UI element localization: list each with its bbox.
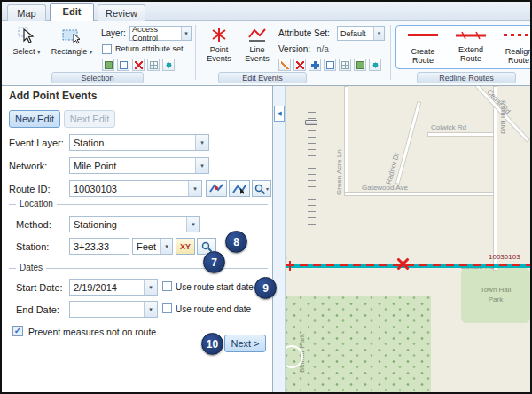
point-events-icon (210, 26, 228, 43)
zoom-slider[interactable] (305, 106, 317, 235)
network-select[interactable]: Mile Point ▾ (69, 157, 209, 174)
route-search-button[interactable]: ▾ (252, 180, 271, 197)
return-attribute-checkbox[interactable] (102, 44, 112, 54)
new-edit-button[interactable]: New Edit (9, 110, 60, 128)
network-label: Network: (9, 161, 47, 171)
point-events-button[interactable]: Point Events (200, 26, 238, 63)
next-edit-button[interactable]: Next Edit (64, 110, 115, 128)
clear-selection-tool-icon[interactable] (132, 59, 145, 71)
prevent-measures-checkbox[interactable]: ✓ (12, 326, 23, 336)
route-number-label: 10030103 (489, 253, 520, 261)
attribute-set-value: Default (340, 29, 366, 38)
tab-review[interactable]: Review (98, 4, 145, 21)
split-tool-icon[interactable] (324, 59, 336, 71)
event-layer-value: Station (74, 138, 104, 148)
version-value: n/a (317, 44, 329, 54)
end-date-input[interactable]: ▾ (69, 301, 158, 318)
rectangle-label: Rectangle (51, 47, 88, 56)
edit-options-tool-icon[interactable] (369, 59, 381, 71)
units-caret-icon: ▾ (160, 239, 172, 254)
callout-9: 9 (254, 277, 277, 299)
colwick-rd-label: Colwick Rd (431, 123, 466, 131)
route-pick-icon (209, 183, 223, 194)
use-route-end-checkbox[interactable] (162, 303, 172, 313)
select-route-on-map-button[interactable] (206, 180, 227, 197)
event-layer-select[interactable]: Station ▾ (69, 134, 209, 151)
network-caret-icon: ▾ (195, 158, 208, 173)
magnifier-icon (201, 241, 212, 252)
line-events-icon (247, 26, 267, 43)
next-button[interactable]: Next > (224, 335, 266, 352)
realign-route-button[interactable]: Realign Route (497, 30, 532, 65)
merge-tool-icon[interactable] (354, 59, 366, 71)
use-route-start-checkbox[interactable] (162, 281, 172, 291)
panel-splitter[interactable] (273, 86, 286, 392)
panel-title: Add Point Events (9, 90, 97, 102)
station-label: Station: (16, 241, 49, 252)
application-window: Map Edit Review Select ▾ Rectangle ▾ Lay… (0, 0, 532, 394)
choose-route-button[interactable] (229, 180, 250, 197)
selection-grid-tool-icon[interactable] (147, 59, 160, 71)
rollin-blvd-road (493, 86, 497, 271)
sketch-tool-icon[interactable] (278, 59, 291, 71)
use-route-start-label: Use route start date (176, 282, 254, 292)
method-select[interactable]: Stationing ▾ (69, 216, 200, 232)
map-view[interactable]: Town Hall Park Belmar Park Green Acre Ln… (273, 86, 530, 392)
xy-coordinates-button[interactable]: XY (176, 238, 195, 255)
selection-options-tool-icon[interactable] (162, 59, 175, 71)
select-features-tool-icon[interactable] (102, 59, 114, 71)
create-route-icon (408, 34, 438, 36)
callout-10: 10 (201, 333, 223, 355)
town-hall-park-label: Park (461, 296, 530, 303)
version-label: Version: (278, 44, 310, 54)
group-separator (195, 25, 196, 80)
rectangle-button[interactable]: Rectangle ▾ (48, 26, 96, 57)
snap-tool-icon[interactable] (309, 59, 321, 71)
gatewood-ave-label: Gatewood Ave (362, 184, 408, 192)
extend-route-button[interactable]: Extend Route (449, 30, 493, 63)
extend-route-label: Extend Route (449, 45, 493, 63)
attributes-table-tool-icon[interactable] (339, 59, 351, 71)
route-id-select[interactable]: 10030103 ▾ (69, 180, 202, 197)
attribute-set-label: Attribute Set: (278, 28, 330, 38)
route-id-label: Route ID: (9, 184, 50, 194)
tab-edit[interactable]: Edit (50, 3, 94, 21)
method-caret-icon: ▾ (186, 217, 200, 232)
realign-route-icon (504, 34, 532, 36)
attribute-set-select[interactable]: Default ▾ (337, 26, 385, 41)
green-acre-ln-label: Green Acre Ln (335, 111, 343, 195)
station-input[interactable]: 3+23.33 (69, 238, 129, 255)
delete-event-tool-icon[interactable] (293, 59, 306, 71)
cursor-select-icon (17, 26, 36, 45)
return-attribute-label: Return attribute set (115, 44, 184, 53)
route-search-caret-icon: ▾ (266, 185, 269, 192)
station-value: 3+23.33 (74, 241, 109, 252)
select-by-box-tool-icon[interactable] (117, 59, 129, 71)
zoom-handle[interactable] (305, 120, 317, 125)
units-value: Feet (137, 241, 156, 252)
magnifier-icon (254, 184, 265, 194)
colwick-rd-road (427, 132, 497, 137)
realign-route-label: Realign Route (497, 47, 532, 65)
start-date-caret-icon: ▾ (144, 280, 157, 295)
dates-divider (9, 268, 268, 269)
event-layer-label: Event Layer: (9, 138, 64, 148)
end-date-label: End Date: (16, 304, 59, 315)
event-layer-caret-icon: ▾ (195, 135, 208, 150)
layer-value: Access Control (132, 25, 181, 43)
select-button[interactable]: Select ▾ (7, 26, 46, 57)
tab-map[interactable]: Map (7, 4, 46, 21)
redline-group-label: Redline Routes (417, 72, 516, 83)
start-date-input[interactable]: 2/19/2014 ▾ (69, 279, 158, 296)
units-select[interactable]: Feet ▾ (132, 238, 173, 255)
line-events-label: Line Events (239, 45, 275, 63)
group-separator (390, 25, 391, 80)
line-events-button[interactable]: Line Events (239, 26, 275, 63)
callout-7: 7 (203, 251, 225, 273)
create-route-button[interactable]: Create Route (401, 30, 445, 65)
collapse-panel-button[interactable]: ◀ (274, 106, 285, 122)
layer-select[interactable]: Access Control ▾ (129, 26, 192, 41)
rectangle-select-icon (61, 26, 82, 45)
layer-caret-icon: ▾ (181, 27, 191, 40)
station-tick-mark (289, 261, 291, 271)
